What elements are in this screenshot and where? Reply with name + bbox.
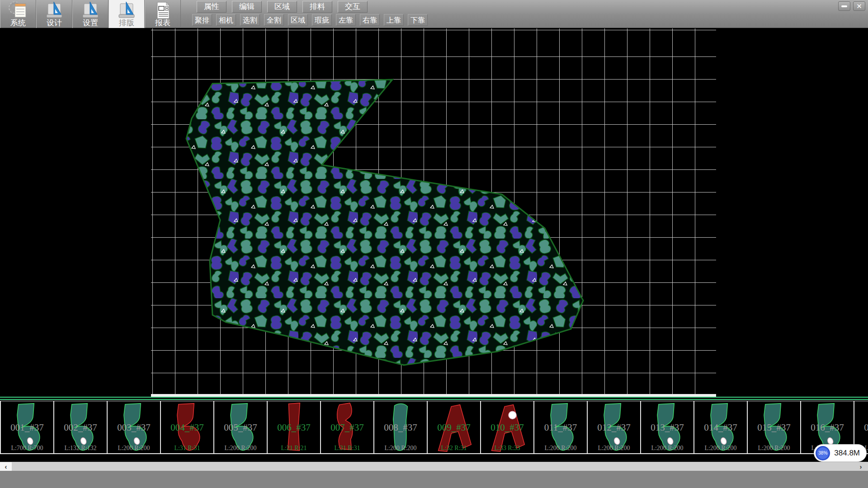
- thumbnail-piece-005[interactable]: 005_#37L:200 R:200: [214, 401, 268, 453]
- menu-button-5[interactable]: 交互: [338, 1, 368, 13]
- panel-divider: [0, 397, 868, 401]
- piece-count-label: L:200 R:200: [748, 445, 800, 452]
- piece-name-label: 012_#37: [588, 422, 640, 433]
- menu-button-4[interactable]: 排料: [302, 1, 332, 13]
- tool-button-1[interactable]: 聚排: [192, 14, 212, 26]
- memory-size-label: 384.8M: [834, 449, 860, 458]
- minimize-icon: [841, 5, 847, 7]
- tool-button-7[interactable]: 左靠: [336, 14, 356, 26]
- close-icon: ✕: [856, 3, 862, 9]
- piece-name-label: 007_#37: [321, 422, 373, 433]
- nav-item-label: 系统: [10, 19, 26, 27]
- thumbnail-piece-007[interactable]: 007_#37L:31 R:31: [321, 401, 374, 453]
- piece-name-label: 003_#37: [108, 422, 160, 433]
- piece-count-label: L:21 R:21: [268, 445, 320, 452]
- piece-name-label: 009_#37: [428, 422, 480, 433]
- thumbnail-piece-012[interactable]: 012_#37L:200 R:200: [588, 401, 641, 453]
- memory-usage-badge: 38% 384.8M: [814, 444, 867, 462]
- piece-name-label: 014_#37: [694, 422, 747, 433]
- settings-icon: [80, 1, 100, 19]
- divider-line-bottom: [0, 399, 868, 400]
- piece-count-label: L:700 R:700: [1, 445, 53, 452]
- title-bar: 系统设计设置排版报表 属性编辑区域排料交互 聚排相机选割全割区域瑕疵左靠右靠上靠…: [0, 0, 868, 28]
- minimize-button[interactable]: [838, 1, 850, 11]
- piece-name-label: 001_#37: [1, 422, 53, 433]
- thumbnail-piece-004[interactable]: 004_#37L:31 R:31: [161, 401, 214, 453]
- memory-percent-indicator: 38%: [816, 446, 830, 460]
- thumbnail-piece-008[interactable]: 008_#37L:200 R:200: [374, 401, 428, 453]
- piece-count-label: L:200 R:200: [641, 445, 693, 452]
- piece-count-label: L:33 R:33: [481, 445, 533, 452]
- piece-count-label: L:200 R:200: [374, 445, 427, 452]
- thumbnail-piece-011[interactable]: 011_#37L:200 R:200: [534, 401, 588, 453]
- piece-name-label: 010_#37: [481, 422, 533, 433]
- layout-icon: [117, 1, 137, 19]
- tool-button-3[interactable]: 选割: [240, 14, 260, 26]
- menu-button-3[interactable]: 区域: [267, 1, 297, 13]
- thumbnail-piece-009[interactable]: 009_#37L:32 R:31: [428, 401, 481, 453]
- tool-button-8[interactable]: 右靠: [360, 14, 380, 26]
- nav-item-label: 排版: [119, 19, 134, 27]
- nesting-canvas[interactable]: [151, 28, 716, 394]
- leather-hide-layout: [151, 28, 716, 394]
- menu-button-1[interactable]: 属性: [197, 1, 226, 13]
- scroll-right-button[interactable]: ›: [856, 462, 865, 471]
- design-icon: [44, 1, 64, 19]
- piece-count-label: L:31 R:31: [161, 445, 213, 452]
- close-button[interactable]: ✕: [853, 1, 865, 11]
- main-nav: 系统设计设置排版报表: [0, 0, 181, 28]
- workspace-background: [0, 28, 868, 397]
- menu-row-tools: 聚排相机选割全割区域瑕疵左靠右靠上靠下靠: [192, 14, 428, 26]
- piece-name-label: 002_#37: [54, 422, 107, 433]
- tool-button-4[interactable]: 全割: [264, 14, 284, 26]
- piece-name-label: 005_#37: [214, 422, 267, 433]
- piece-name-label: 015_#37: [748, 422, 800, 433]
- thumbnail-piece-015[interactable]: 015_#37L:200 R:200: [748, 401, 801, 453]
- scroll-left-button[interactable]: ‹: [0, 462, 12, 471]
- piece-count-label: L:200 R:200: [214, 445, 267, 452]
- piece-name-label: 004_#37: [161, 422, 213, 433]
- nav-item-settings[interactable]: 设置: [72, 0, 108, 28]
- tool-button-9[interactable]: 上靠: [384, 14, 404, 26]
- piece-name-label: 017_#37: [854, 422, 868, 433]
- piece-count-label: L:32 R:31: [428, 445, 480, 452]
- nav-item-layout[interactable]: 排版: [108, 0, 145, 28]
- nav-item-report[interactable]: 报表: [145, 0, 181, 28]
- menu-row-main: 属性编辑区域排料交互: [197, 1, 368, 13]
- hide-outline: [186, 80, 583, 365]
- piece-count-label: L:200 R:200: [694, 445, 747, 452]
- thumbnail-piece-013[interactable]: 013_#37L:200 R:200: [641, 401, 694, 453]
- thumbnail-piece-006[interactable]: 006_#37L:21 R:21: [268, 401, 321, 453]
- piece-name-label: 016_#37: [801, 422, 854, 433]
- tool-button-2[interactable]: 相机: [216, 14, 236, 26]
- window-controls: ✕: [838, 1, 865, 11]
- status-bar: [0, 471, 868, 488]
- piece-count-label: L:200 R:200: [588, 445, 640, 452]
- piece-count-label: L:31 R:31: [321, 445, 373, 452]
- thumbnail-piece-014[interactable]: 014_#37L:200 R:200: [694, 401, 748, 453]
- nav-item-label: 设计: [47, 19, 62, 27]
- thumbnail-piece-003[interactable]: 003_#37L:200 R:200: [108, 401, 161, 453]
- piece-name-label: 006_#37: [268, 422, 320, 433]
- nav-item-label: 报表: [155, 19, 170, 27]
- thumbnail-piece-010[interactable]: 010_#37L:33 R:33: [481, 401, 534, 453]
- thumbnail-piece-002[interactable]: 002_#37L:132 R:132: [54, 401, 108, 453]
- menu-button-2[interactable]: 编辑: [232, 1, 262, 13]
- nav-item-design[interactable]: 设计: [36, 0, 72, 28]
- tool-button-5[interactable]: 区域: [288, 14, 308, 26]
- piece-name-label: 008_#37: [374, 422, 427, 433]
- tool-button-10[interactable]: 下靠: [408, 14, 428, 26]
- nav-item-system[interactable]: 系统: [0, 0, 36, 28]
- horizontal-scrollbar[interactable]: ‹ ›: [0, 462, 868, 471]
- piece-count-label: L:132 R:132: [54, 445, 107, 452]
- piece-count-label: L:200 R:200: [108, 445, 160, 452]
- thumbnail-piece-001[interactable]: 001_#37L:700 R:700: [1, 401, 54, 453]
- report-icon: [153, 1, 173, 19]
- piece-name-label: 013_#37: [641, 422, 693, 433]
- piece-thumbnail-strip: 001_#37L:700 R:700002_#37L:132 R:132003_…: [0, 401, 868, 454]
- piece-count-label: L:200 R:200: [534, 445, 587, 452]
- piece-name-label: 011_#37: [534, 422, 587, 433]
- system-icon: [8, 1, 28, 19]
- nav-item-label: 设置: [83, 19, 98, 27]
- tool-button-6[interactable]: 瑕疵: [312, 14, 332, 26]
